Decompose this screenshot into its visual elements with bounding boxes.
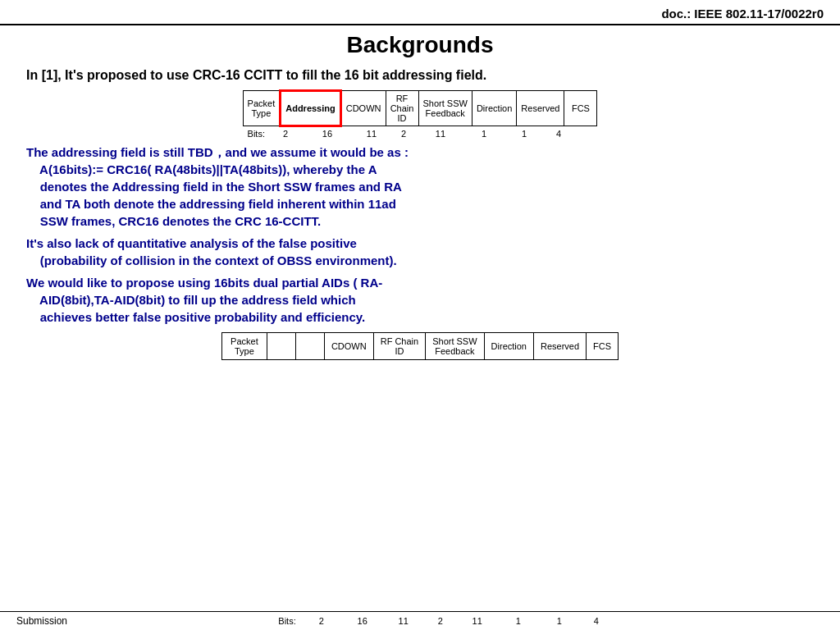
col-fcs: FCS [564,91,597,126]
col2-empty1 [267,333,295,360]
doc-reference: doc.: IEEE 802.11-17/0022r0 [661,7,824,21]
col2-direction: Direction [484,333,533,360]
col-reserved: Reserved [517,91,564,126]
col-addressing: Addressing [281,91,341,126]
col2-empty2 [295,333,324,360]
col-rf-chain-id: RFChainID [386,91,418,126]
bits-row-1: Bits: 2 16 11 2 11 1 1 4 [243,129,598,139]
col-direction: Direction [472,91,516,126]
footer-submission: Submission [16,615,67,627]
frame-table-1-wrapper: PacketType Addressing CDOWN RFChainID Sh… [243,89,598,139]
frame-table-2-container: PacketType CDOWN RF ChainID Short SSWFee… [26,332,814,360]
col-cdown: CDOWN [340,91,386,126]
col2-reserved: Reserved [533,333,586,360]
para3: It's also lack of quantitative analysis … [26,235,814,269]
page-container: doc.: IEEE 802.11-17/0022r0 Backgrounds … [0,0,840,630]
frame-table-2: PacketType CDOWN RF ChainID Short SSWFee… [221,332,619,360]
main-content: Backgrounds In [1], It's proposed to use… [0,25,840,360]
col2-rf-chain-id: RF ChainID [373,333,425,360]
para2: The addressing field is still TBD，and we… [26,144,814,230]
frame-table-1: PacketType Addressing CDOWN RFChainID Sh… [243,89,598,127]
col2-packet-type: PacketType [221,333,267,360]
frame-table-1-container: PacketType Addressing CDOWN RFChainID Sh… [26,89,814,139]
col-short-ssw-feedback: Short SSWFeedback [418,91,472,126]
para4: We would like to propose using 16bits du… [26,274,814,326]
footer-bits-row: Bits: 2 16 11 2 11 1 1 4 [67,615,824,627]
col2-short-ssw-feedback: Short SSWFeedback [426,333,484,360]
col2-fcs: FCS [587,333,619,360]
col2-cdown: CDOWN [324,333,373,360]
para1: In [1], It's proposed to use CRC-16 CCIT… [26,66,814,84]
footer: Submission Bits: 2 16 11 2 11 1 1 4 [0,611,840,630]
col-packet-type: PacketType [243,91,281,126]
header: doc.: IEEE 802.11-17/0022r0 [0,0,840,25]
slide-title: Backgrounds [26,32,814,58]
